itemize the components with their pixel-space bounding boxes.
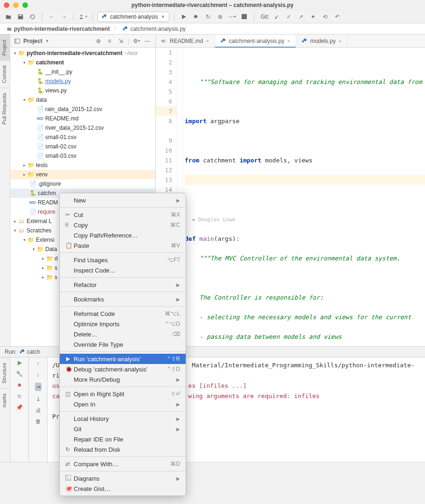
- menu-reload[interactable]: ↻Reload from Disk: [60, 444, 186, 455]
- tool-tab-pull-requests[interactable]: Pull Requests: [0, 88, 10, 129]
- stop-icon[interactable]: ■: [18, 382, 21, 388]
- folder-icon: [7, 26, 12, 32]
- run-config-selector[interactable]: catchment-analysis ▼: [98, 12, 169, 22]
- menu-local-history[interactable]: Local History▶: [60, 413, 186, 424]
- editor-body[interactable]: 1234567891011121314 """Software for mana…: [156, 48, 425, 346]
- menu-open-in[interactable]: Open In▶: [60, 399, 186, 409]
- tree-file-views[interactable]: 🐍views.py: [10, 86, 155, 95]
- git-update-icon[interactable]: ↙: [272, 12, 281, 21]
- menu-cut[interactable]: ✂Cut⌘X: [60, 210, 186, 220]
- context-menu: New▶ ✂Cut⌘X ⎘Copy⌘C Copy Path/Reference……: [59, 193, 186, 496]
- menu-diagrams[interactable]: ⿺Diagrams▶: [60, 473, 186, 483]
- chevron-right-icon: 〉: [113, 25, 119, 33]
- editor-tabs: M↓README.md× catchment-analysis.py× mode…: [156, 35, 425, 48]
- profile-button[interactable]: ⊕: [216, 12, 225, 21]
- tool-tab-structure[interactable]: Structure: [0, 357, 10, 388]
- tree-file-models[interactable]: 🐍models.py: [10, 77, 155, 86]
- breadcrumb-file[interactable]: catchment-analysis.py: [121, 25, 188, 33]
- main-toolbar: ← → ▾ catchment-analysis ▼ ↻ ⊕ ⋯▾ Git: ↙…: [0, 10, 425, 23]
- pin-icon[interactable]: 📌: [16, 404, 23, 411]
- git-push-icon[interactable]: ↗: [296, 12, 306, 21]
- svg-rect-3: [242, 14, 247, 19]
- menu-more-run[interactable]: More Run/Debug▶: [60, 374, 186, 385]
- python-icon: [102, 14, 107, 20]
- select-opened-icon[interactable]: ⊕: [94, 37, 103, 45]
- settings-icon[interactable]: ⚙▾: [132, 37, 140, 45]
- tree-file-small01[interactable]: 📄small-01.csv: [10, 133, 155, 142]
- tree-file-small03[interactable]: 📄small-03.csv: [10, 151, 155, 161]
- expand-all-icon[interactable]: ≡: [105, 37, 114, 45]
- tree-file-rain[interactable]: 📄rain_data_2015-12.csv: [10, 105, 155, 114]
- menu-copy[interactable]: ⎘Copy⌘C: [60, 220, 186, 230]
- tree-root[interactable]: ▾📁python-intermediate-rivercatchment~/wo…: [10, 49, 155, 58]
- tree-file-init[interactable]: 🐍__init__.py: [10, 67, 155, 77]
- menu-open-right-split[interactable]: ◫Open in Right Split⇧⏎: [60, 389, 186, 399]
- softwrap-icon[interactable]: ⇥: [35, 383, 42, 391]
- menu-find-usages[interactable]: Find Usages⌥F7: [60, 255, 186, 265]
- menu-delete[interactable]: Delete…⌫: [60, 329, 186, 339]
- back-icon[interactable]: ←: [47, 12, 56, 21]
- menu-paste[interactable]: 📋Paste⌘V: [60, 240, 186, 251]
- menu-refactor[interactable]: Refactor▶: [60, 280, 186, 290]
- menu-inspect[interactable]: Inspect Code…: [60, 265, 186, 275]
- rerun-icon[interactable]: [17, 360, 22, 366]
- git-commit-icon[interactable]: ✓: [284, 12, 293, 21]
- open-icon[interactable]: [4, 12, 13, 21]
- tree-folder-catchment[interactable]: ▾📁catchment: [10, 58, 155, 67]
- close-icon[interactable]: ×: [287, 38, 290, 44]
- collapse-all-icon[interactable]: ⇲: [117, 37, 125, 45]
- tab-readme[interactable]: M↓README.md×: [156, 35, 215, 47]
- menu-create-gist[interactable]: 🐙Create Gist…: [60, 483, 186, 494]
- menu-reformat[interactable]: Reformat Code⌘⌥L: [60, 308, 186, 319]
- svg-point-1: [104, 14, 104, 15]
- menu-override-filetype[interactable]: Override File Type: [60, 339, 186, 350]
- menu-debug[interactable]: 🐞Debug 'catchment-analysis'⌃⇧D: [60, 364, 186, 374]
- coverage-button[interactable]: ↻: [203, 12, 213, 21]
- debug-button[interactable]: [191, 12, 201, 21]
- save-icon[interactable]: [16, 12, 25, 21]
- tool-tab-project[interactable]: Project: [0, 35, 10, 60]
- reload-icon[interactable]: [28, 12, 37, 21]
- tree-file-small02[interactable]: 📄small-02.csv: [10, 142, 155, 151]
- forward-icon[interactable]: →: [59, 12, 69, 21]
- stop-button[interactable]: [240, 12, 249, 21]
- menu-new[interactable]: New▶: [60, 195, 186, 205]
- project-title[interactable]: Project: [23, 38, 42, 44]
- tree-file-readme-data[interactable]: MDREADME.md: [10, 114, 155, 123]
- menu-bookmarks[interactable]: Bookmarks▶: [60, 294, 186, 304]
- vcs-user-icon[interactable]: ▾: [78, 12, 88, 21]
- tool-tab-commit[interactable]: Commit: [0, 60, 10, 88]
- more-run-icon[interactable]: ⋯▾: [228, 12, 237, 21]
- run-settings-icon[interactable]: 🔧: [16, 371, 23, 377]
- tree-folder-tests[interactable]: ▸📁tests: [10, 161, 155, 170]
- clear-icon[interactable]: 🗑: [35, 418, 41, 425]
- menu-copy-path[interactable]: Copy Path/Reference…: [60, 230, 186, 240]
- menu-repair-ide[interactable]: Repair IDE on File: [60, 434, 186, 444]
- hide-icon[interactable]: —: [143, 37, 152, 45]
- tree-folder-venv[interactable]: ▸📁venv: [10, 170, 155, 179]
- git-rollback-icon[interactable]: ↶: [333, 12, 342, 21]
- tree-folder-data[interactable]: ▾📁data: [10, 95, 155, 105]
- menu-optimize[interactable]: Optimize Imports⌃⌥O: [60, 319, 186, 329]
- scroll-end-icon[interactable]: ⤓: [36, 396, 41, 402]
- run-button[interactable]: [179, 12, 188, 21]
- menu-git[interactable]: Git▶: [60, 424, 186, 434]
- tab-analysis[interactable]: catchment-analysis.py×: [215, 35, 296, 47]
- git-compare-icon[interactable]: ✦: [308, 12, 318, 21]
- menu-compare[interactable]: ⇄Compare With…⌘D: [60, 459, 186, 469]
- down-icon[interactable]: ↓: [37, 371, 40, 378]
- exit-icon[interactable]: ⎋: [18, 393, 21, 399]
- tree-file-gitignore[interactable]: 📄.gitignore: [10, 179, 155, 189]
- menu-run[interactable]: Run 'catchment-analysis'⌃⇧R: [60, 354, 186, 364]
- up-icon[interactable]: ↑: [37, 360, 40, 367]
- print-icon[interactable]: 🖨: [35, 407, 41, 413]
- breadcrumb-project[interactable]: python-intermediate-rivercatchment: [5, 25, 111, 33]
- tab-models[interactable]: models.py×: [296, 35, 348, 47]
- close-icon[interactable]: ×: [206, 38, 209, 44]
- chevron-down-icon[interactable]: ▼: [45, 39, 49, 43]
- close-icon[interactable]: ×: [339, 38, 341, 44]
- tree-file-river[interactable]: 📄river_data_2015-12.csv: [10, 123, 155, 133]
- tool-tab-bookmarks[interactable]: marks: [0, 388, 10, 412]
- git-history-icon[interactable]: ⟲: [320, 12, 330, 21]
- code-text[interactable]: """Software for managing and tracking en…: [183, 48, 425, 346]
